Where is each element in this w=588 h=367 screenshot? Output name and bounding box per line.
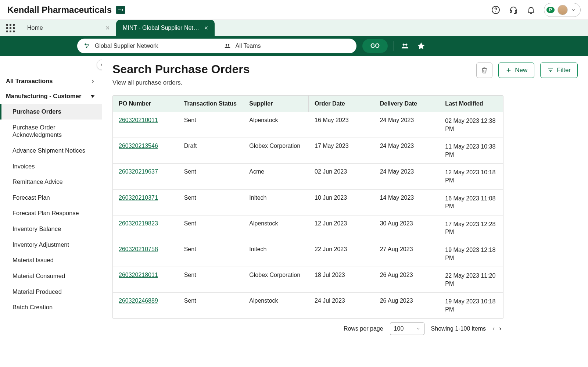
cell-last-modified: 22 May 2023 11:20 PM: [439, 267, 503, 292]
help-icon[interactable]: [491, 5, 501, 15]
network-selector[interactable]: Global Supplier Network: [77, 43, 217, 49]
sidebar-item-label: Inventory Adjustment: [12, 241, 69, 248]
network-icon: [84, 43, 90, 49]
th-status[interactable]: Transaction Status: [178, 96, 244, 112]
po-link[interactable]: 260320218011: [119, 272, 158, 278]
cell-order-date: 24 Jul 2023: [309, 293, 374, 318]
close-icon[interactable]: ×: [204, 24, 208, 32]
cell-status: Sent: [178, 190, 244, 215]
brand-name: Kendall Pharmaceuticals: [7, 5, 112, 15]
cell-status: Sent: [178, 215, 244, 241]
th-delivery-date[interactable]: Delivery Date: [374, 96, 440, 112]
cell-po: 260320210011: [113, 112, 178, 138]
po-link[interactable]: 260320210011: [119, 117, 158, 123]
sidebar-item-material-consumed[interactable]: Material Consumed: [0, 268, 102, 284]
po-link[interactable]: 260320219637: [119, 168, 158, 175]
star-icon[interactable]: [416, 41, 426, 51]
cell-order-date: 10 Jun 2023: [309, 190, 374, 215]
sidebar-item-purchase-orders[interactable]: Purchase Orders: [0, 104, 102, 120]
user-menu[interactable]: P: [544, 3, 581, 17]
th-order-date[interactable]: Order Date: [309, 96, 374, 112]
prev-page[interactable]: ‹: [492, 325, 495, 332]
table-row: 260320210011SentAlpenstock16 May 202324 …: [113, 112, 503, 138]
tab-home-label: Home: [27, 25, 43, 31]
cell-last-modified: 17 May 2023 12:28 PM: [439, 215, 503, 241]
po-link[interactable]: 260320210371: [119, 195, 158, 201]
sidebar-item-label: Remittance Advice: [12, 178, 63, 185]
apps-launcher[interactable]: [0, 20, 21, 36]
cell-order-date: 02 Jun 2023: [309, 164, 374, 189]
sidebar-item-material-produced[interactable]: Material Produced: [0, 284, 102, 300]
rpp-label: Rows per page: [344, 325, 383, 332]
svg-point-10: [225, 44, 227, 46]
cell-status: Sent: [178, 112, 244, 138]
sidebar-all-transactions[interactable]: All Transactions: [0, 74, 102, 89]
sidebar-item-material-issued[interactable]: Material Issued: [0, 252, 102, 268]
th-supplier[interactable]: Supplier: [243, 96, 309, 112]
cell-supplier: Alpenstock: [243, 112, 309, 138]
cell-last-modified: 19 May 2023 10:18 PM: [439, 293, 503, 318]
collapse-sidebar-button[interactable]: [97, 60, 102, 70]
context-search: Global Supplier Network All Teams: [77, 39, 356, 53]
th-last-modified[interactable]: Last Modified: [439, 96, 503, 112]
rpp-select[interactable]: 100: [390, 323, 424, 335]
filter-icon: [547, 67, 554, 74]
new-button[interactable]: New: [498, 63, 534, 78]
next-page[interactable]: ›: [499, 325, 501, 332]
sidebar-item-label: Inventory Balance: [12, 225, 61, 232]
filter-button[interactable]: Filter: [540, 63, 578, 78]
bell-icon[interactable]: [526, 5, 536, 15]
po-link[interactable]: 260320213546: [119, 143, 158, 149]
network-value: Global Supplier Network: [95, 43, 158, 49]
cell-delivery-date: 27 Aug 2023: [374, 241, 440, 267]
page-subtitle: View all purchase orders.: [112, 79, 250, 86]
cell-order-date: 22 Jun 2023: [309, 241, 374, 267]
sidebar-item-invoices[interactable]: Invoices: [0, 158, 102, 174]
headset-icon[interactable]: [509, 5, 518, 15]
close-icon[interactable]: ×: [105, 24, 110, 32]
table-row: 260320210758SentInitech22 Jun 202327 Aug…: [113, 241, 503, 267]
people-icon[interactable]: [400, 41, 410, 51]
sidebar-item-inventory-balance[interactable]: Inventory Balance: [0, 221, 102, 237]
chevron-left-icon: [100, 63, 102, 67]
po-link[interactable]: 260320210758: [119, 246, 158, 252]
svg-rect-6: [515, 10, 517, 13]
svg-rect-1: [118, 10, 121, 10]
tab-home[interactable]: Home ×: [21, 20, 116, 36]
sidebar-item-batch-creation[interactable]: Batch Creation: [0, 299, 102, 315]
cell-supplier: Initech: [243, 190, 309, 215]
cell-order-date: 16 May 2023: [309, 112, 374, 138]
page-title: Search Purchase Orders: [112, 63, 250, 76]
th-po[interactable]: PO Number: [113, 96, 178, 112]
delete-button[interactable]: [476, 63, 492, 78]
po-link[interactable]: 260320246889: [119, 297, 158, 304]
sidebar-item-forecast-plan[interactable]: Forecast Plan: [0, 190, 102, 206]
tab-active[interactable]: MINT - Global Supplier Net… ×: [116, 20, 215, 36]
svg-point-2: [122, 9, 123, 11]
sidebar-item-label: Manufacturing - Customer: [6, 93, 81, 100]
sidebar-group-manufacturing[interactable]: Manufacturing - Customer: [0, 89, 102, 104]
sidebar-item-inventory-adjustment[interactable]: Inventory Adjustment: [0, 237, 102, 253]
sidebar-item-remittance[interactable]: Remittance Advice: [0, 174, 102, 190]
new-label: New: [515, 67, 527, 74]
sidebar-item-label: All Transactions: [6, 78, 53, 85]
po-link[interactable]: 260320219823: [119, 220, 158, 227]
table-row: 260320246889SentAlpenstock24 Jul 202326 …: [113, 292, 503, 318]
table-row: 260320219637SentAcme02 Jun 202324 May 20…: [113, 163, 503, 189]
sidebar-item-label: Forecast Plan Response: [12, 210, 79, 216]
cell-last-modified: 16 May 2023 11:08 PM: [439, 190, 503, 215]
sidebar-item-label: Purchase Order Acknowledgments: [12, 124, 62, 138]
body: All Transactions Manufacturing - Custome…: [0, 56, 588, 367]
table-row: 260320210371SentInitech10 Jun 202314 May…: [113, 189, 503, 215]
sidebar-item-asn[interactable]: Advance Shipment Notices: [0, 143, 102, 158]
sidebar-item-po-ack[interactable]: Purchase Order Acknowledgments: [0, 120, 102, 143]
cell-status: Sent: [178, 164, 244, 189]
cell-po: 260320210758: [113, 241, 178, 267]
team-selector[interactable]: All Teams: [217, 43, 357, 49]
main: Search Purchase Orders View all purchase…: [102, 56, 588, 367]
sidebar-item-forecast-response[interactable]: Forecast Plan Response: [0, 205, 102, 221]
cell-order-date: 18 Jul 2023: [309, 267, 374, 292]
go-button[interactable]: GO: [362, 39, 388, 53]
cell-supplier: Acme: [243, 164, 309, 189]
chevron-right-icon: [90, 79, 95, 84]
